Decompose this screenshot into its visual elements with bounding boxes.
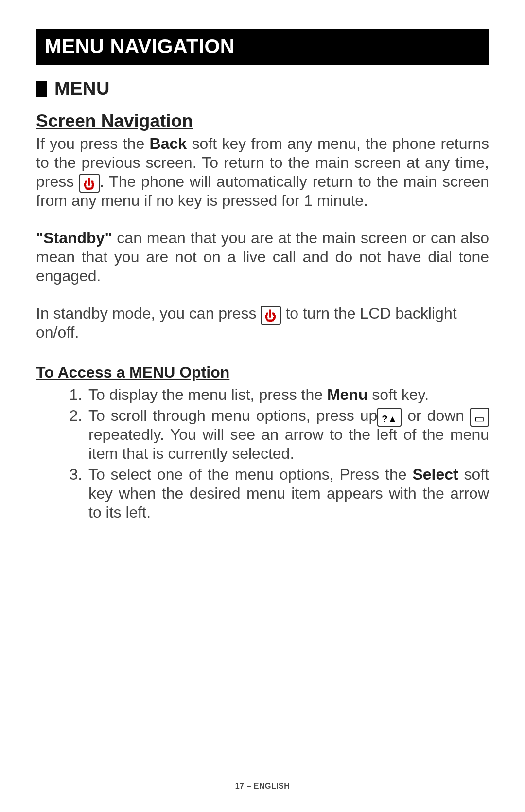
sub-heading: Screen Navigation [36,111,489,131]
step2-text-c: repeatedly. You will see an arrow to the… [88,426,489,462]
end-call-key-icon: ⏻ [79,174,100,193]
list-heading: To Access a MENU Option [36,363,489,381]
step2-text-b: or down [402,407,470,424]
step-1: To display the menu list, press the Menu… [87,385,489,404]
section-menu-label: MENU [54,78,110,99]
step2-text-a: To scroll through menu options, press up [88,407,377,424]
banner-title: MENU NAVIGATION [45,35,480,58]
step3-text-a: To select one of the menu options, Press… [88,466,412,483]
standby-label: "Standby" [36,229,112,247]
paragraph-2: "Standby" can mean that you are at the m… [36,229,489,286]
section-menu-row: MENU [36,78,489,99]
step1-text-b: soft key. [368,386,429,403]
banner: MENU NAVIGATION [36,29,489,65]
steps-list: To display the menu list, press the Menu… [36,385,489,522]
p1-text-a: If you press the [36,135,150,152]
paragraph-1: If you press the Back soft key from any … [36,134,489,210]
end-call-key-icon: ⏻ [261,306,281,325]
select-key-label: Select [412,466,458,483]
down-key-icon: ▭ [470,408,489,427]
section-bullet-icon [36,81,47,97]
p1-text-c: . The phone will automatically return to… [36,173,489,209]
page-footer: 17 – ENGLISH [0,782,525,791]
step-2: To scroll through menu options, press up… [87,406,489,463]
back-key-label: Back [150,135,187,152]
up-key-icon: ?▲ [377,408,402,427]
step1-text-a: To display the menu list, press the [88,386,327,403]
step-3: To select one of the menu options, Press… [87,465,489,522]
paragraph-3: In standby mode, you can press ⏻ to turn… [36,304,489,342]
page: MENU NAVIGATION MENU Screen Navigation I… [0,0,525,812]
p3-text-a: In standby mode, you can press [36,305,261,322]
menu-key-label: Menu [327,386,368,403]
